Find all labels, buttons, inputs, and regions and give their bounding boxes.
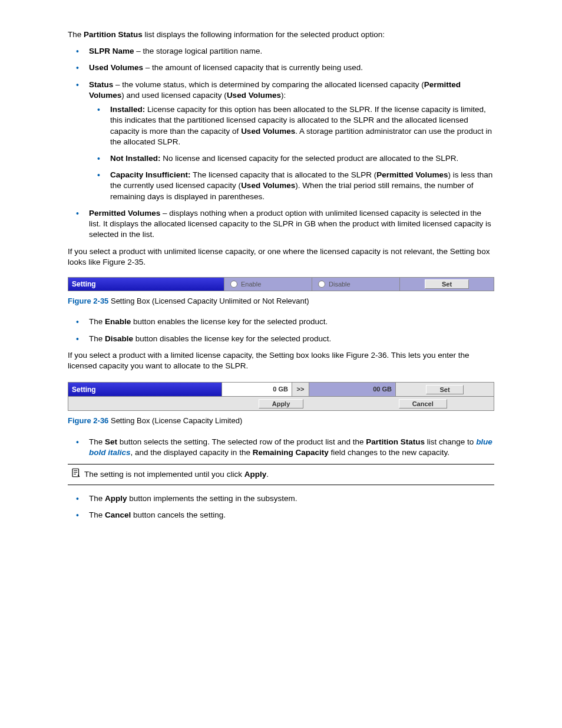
note-icon — [68, 467, 84, 481]
bullet-cancel: The Cancel button cancels the setting. — [68, 510, 494, 521]
apply-cancel-list: The Apply button implements the setting … — [68, 493, 494, 521]
note-text: The setting is not implemented until you… — [84, 469, 269, 480]
figure-2-35-caption: Figure 2-35 Setting Box (Licensed Capaci… — [68, 296, 494, 307]
bullet-used-volumes: Used Volumes – the amount of licensed ca… — [68, 62, 494, 73]
note-row: The setting is not implemented until you… — [68, 464, 494, 485]
status-sublist: Installed: License capacity for this opt… — [89, 104, 494, 202]
figure-2-36-setting-box: Setting 0 GB >> 00 GB Set Apply Cancel — [68, 382, 494, 411]
apply-button[interactable]: Apply — [259, 399, 304, 409]
bullet-set-button: The Set button selects the setting. The … — [68, 437, 494, 458]
cancel-button[interactable]: Cancel — [399, 399, 447, 409]
bullet-enable: The Enable button enables the license ke… — [68, 317, 494, 327]
setting-label: Setting — [68, 383, 222, 396]
sub-installed: Installed: License capacity for this opt… — [89, 104, 494, 147]
sub-capacity-insufficient: Capacity Insufficient: The licensed capa… — [89, 170, 494, 202]
bullet-disable: The Disable button disables the license … — [68, 334, 494, 344]
set-button[interactable]: Set — [425, 279, 469, 289]
paragraph-limited: If you select a product with a limited l… — [68, 350, 494, 371]
svg-rect-0 — [72, 469, 79, 477]
setting-label: Setting — [68, 278, 224, 291]
paragraph-unlimited: If you select a product with unlimited l… — [68, 246, 494, 268]
radio-icon — [230, 281, 237, 288]
capacity-input[interactable]: 0 GB — [222, 383, 292, 396]
bullet-status: Status – the volume status, which is det… — [68, 80, 494, 202]
enable-disable-list: The Enable button enables the license ke… — [68, 317, 494, 344]
intro-paragraph: The Partition Status list displays the f… — [68, 29, 494, 40]
main-bullet-list: SLPR Name – the storage logical partitio… — [68, 46, 494, 240]
bullet-apply: The Apply button implements the setting … — [68, 493, 494, 504]
bullet-permitted-volumes: Permitted Volumes – displays nothing whe… — [68, 208, 494, 241]
set-button-list: The Set button selects the setting. The … — [68, 437, 494, 458]
figure-2-36-caption: Figure 2-36 Setting Box (License Capacit… — [68, 416, 494, 426]
radio-icon — [318, 281, 325, 288]
set-button[interactable]: Set — [426, 385, 463, 394]
enable-radio-option[interactable]: Enable — [224, 278, 312, 291]
figure-2-35-setting-box: Setting Enable Disable Set — [68, 277, 494, 291]
capacity-display: 00 GB — [309, 383, 396, 396]
sub-not-installed: Not Installed: No license and licensed c… — [89, 153, 494, 164]
bullet-slpr: SLPR Name – the storage logical partitio… — [68, 46, 494, 57]
disable-radio-option[interactable]: Disable — [312, 278, 400, 291]
arrow-button[interactable]: >> — [292, 383, 309, 396]
